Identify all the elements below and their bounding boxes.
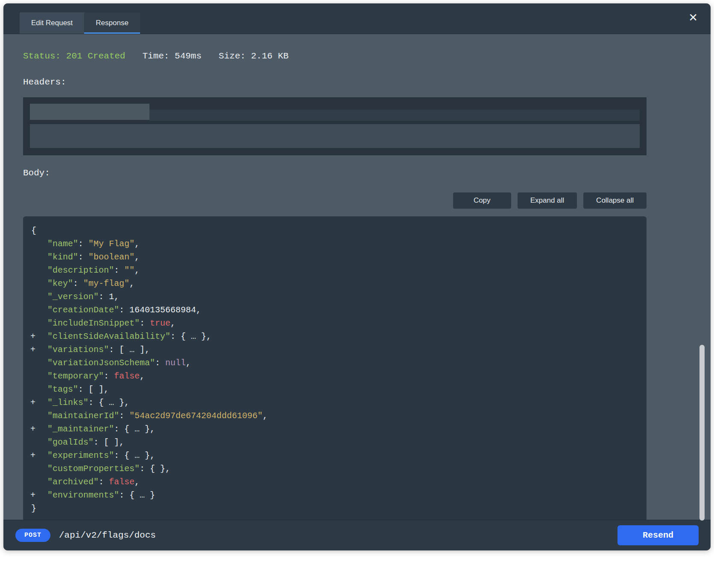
json-token-plain: : { … }, bbox=[114, 424, 155, 434]
json-token-key: "clientSideAvailability" bbox=[47, 332, 170, 341]
json-line: +"_links": { … }, bbox=[23, 396, 647, 409]
json-token-key: "kind" bbox=[47, 252, 78, 262]
close-icon[interactable]: ✕ bbox=[688, 12, 698, 23]
json-token-key: "_maintainer" bbox=[47, 424, 114, 434]
json-token-plain: , bbox=[135, 265, 140, 275]
json-token-plain: : [ ], bbox=[78, 384, 109, 394]
tab-edit-request[interactable]: Edit Request bbox=[20, 12, 84, 34]
json-token-bool: false bbox=[109, 477, 135, 487]
json-token-plain: : { … } bbox=[119, 490, 155, 500]
collapse-all-button[interactable]: Collapse all bbox=[583, 192, 647, 209]
scrollbar-thumb[interactable] bbox=[699, 345, 705, 521]
json-token-plain: : { … }, bbox=[88, 398, 129, 408]
json-line: "kind": "boolean", bbox=[23, 250, 647, 264]
json-token-plain: , bbox=[263, 411, 268, 421]
json-body-viewer: {"name": "My Flag","kind": "boolean","de… bbox=[23, 216, 647, 520]
json-token-key: "description" bbox=[47, 265, 114, 275]
expand-all-button[interactable]: Expand all bbox=[518, 192, 577, 209]
request-bar: POST /api/v2/flags/docs Resend bbox=[3, 520, 711, 550]
json-line: +"clientSideAvailability": { … }, bbox=[23, 330, 647, 343]
json-line: +"_maintainer": { … }, bbox=[23, 422, 647, 436]
json-token-plain: { bbox=[31, 226, 36, 236]
json-token-key: "maintainerId" bbox=[47, 411, 119, 421]
json-token-str: "54ac2d97de674204ddd61096" bbox=[129, 411, 263, 421]
json-token-plain: , bbox=[129, 279, 135, 288]
modal-titlebar: Edit Request Response ✕ bbox=[3, 3, 711, 34]
json-line: "variationJsonSchema": null, bbox=[23, 356, 647, 370]
json-line: "description": "", bbox=[23, 264, 647, 277]
json-token-plain: : bbox=[99, 477, 109, 487]
json-token-null: null bbox=[165, 358, 186, 368]
json-token-key: "temporary" bbox=[47, 371, 104, 381]
redacted-header-block bbox=[149, 110, 640, 121]
json-token-plain: , bbox=[140, 371, 145, 381]
json-token-plain: : bbox=[119, 305, 129, 315]
json-line: "customProperties": { }, bbox=[23, 462, 647, 475]
json-token-plain: , bbox=[196, 305, 201, 315]
json-line: "temporary": false, bbox=[23, 370, 647, 383]
json-token-key: "environments" bbox=[47, 490, 119, 500]
json-line: "maintainerId": "54ac2d97de674204ddd6109… bbox=[23, 409, 647, 422]
json-token-bool: true bbox=[150, 318, 170, 328]
method-badge: POST bbox=[15, 529, 50, 542]
time-text: Time: 549ms bbox=[142, 51, 202, 61]
resend-button[interactable]: Resend bbox=[617, 525, 699, 545]
json-token-plain: , bbox=[186, 358, 191, 368]
json-token-plain: : { … }, bbox=[114, 451, 155, 460]
json-token-bool: false bbox=[114, 371, 140, 381]
json-token-plain: , bbox=[135, 477, 140, 487]
size-text: Size: 2.16 KB bbox=[219, 51, 289, 61]
json-token-plain: : { }, bbox=[140, 464, 170, 474]
expand-toggle-icon[interactable]: + bbox=[30, 422, 35, 436]
api-response-modal: Edit Request Response ✕ Status: 201 Crea… bbox=[3, 3, 711, 550]
expand-toggle-icon[interactable]: + bbox=[30, 343, 35, 356]
copy-button[interactable]: Copy bbox=[453, 192, 511, 209]
redacted-headers-row bbox=[30, 104, 640, 121]
json-line: "creationDate": 1640135668984, bbox=[23, 303, 647, 317]
expand-toggle-icon[interactable]: + bbox=[30, 396, 35, 409]
json-token-plain: : bbox=[104, 371, 114, 381]
json-token-str: "My Flag" bbox=[88, 239, 135, 249]
json-token-plain: : [ ], bbox=[94, 437, 124, 447]
json-line: "goalIds": [ ], bbox=[23, 436, 647, 449]
json-line: "key": "my-flag", bbox=[23, 277, 647, 290]
body-label: Body: bbox=[23, 168, 647, 178]
redacted-header-block bbox=[30, 124, 640, 148]
json-token-plain: : bbox=[99, 292, 109, 302]
json-token-key: "_version" bbox=[47, 292, 99, 302]
json-token-num: 1 bbox=[109, 292, 114, 302]
json-token-plain: : bbox=[140, 318, 150, 328]
json-token-key: "creationDate" bbox=[47, 305, 119, 315]
status-text: Status: 201 Created bbox=[23, 51, 125, 61]
json-line: "includeInSnippet": true, bbox=[23, 317, 647, 330]
json-line: +"environments": { … } bbox=[23, 489, 647, 502]
json-line: "archived": false, bbox=[23, 475, 647, 489]
expand-toggle-icon[interactable]: + bbox=[30, 489, 35, 502]
json-token-num: 1640135668984 bbox=[129, 305, 196, 315]
json-token-plain: : bbox=[114, 265, 124, 275]
json-line: "tags": [ ], bbox=[23, 383, 647, 396]
json-token-key: "customProperties" bbox=[47, 464, 140, 474]
json-token-str: "" bbox=[124, 265, 135, 275]
expand-toggle-icon[interactable]: + bbox=[30, 330, 35, 343]
json-token-str: "boolean" bbox=[88, 252, 135, 262]
redacted-header-block bbox=[30, 104, 149, 120]
json-token-plain: , bbox=[135, 239, 140, 249]
headers-label: Headers: bbox=[23, 77, 647, 87]
json-token-plain: , bbox=[114, 292, 119, 302]
status-row: Status: 201 Created Time: 549ms Size: 2.… bbox=[23, 51, 647, 61]
json-token-key: "goalIds" bbox=[47, 437, 94, 447]
expand-toggle-icon[interactable]: + bbox=[30, 449, 35, 462]
tab-response[interactable]: Response bbox=[84, 12, 140, 34]
json-token-key: "name" bbox=[47, 239, 78, 249]
json-line: "name": "My Flag", bbox=[23, 237, 647, 250]
json-token-plain: : bbox=[155, 358, 165, 368]
json-token-key: "key" bbox=[47, 279, 73, 288]
body-toolbar: Copy Expand all Collapse all bbox=[23, 192, 647, 209]
json-line: +"experiments": { … }, bbox=[23, 449, 647, 462]
headers-box bbox=[23, 97, 647, 155]
json-token-plain: : bbox=[119, 411, 129, 421]
json-token-plain: : bbox=[73, 279, 83, 288]
json-token-plain: } bbox=[31, 504, 36, 513]
json-token-key: "archived" bbox=[47, 477, 99, 487]
